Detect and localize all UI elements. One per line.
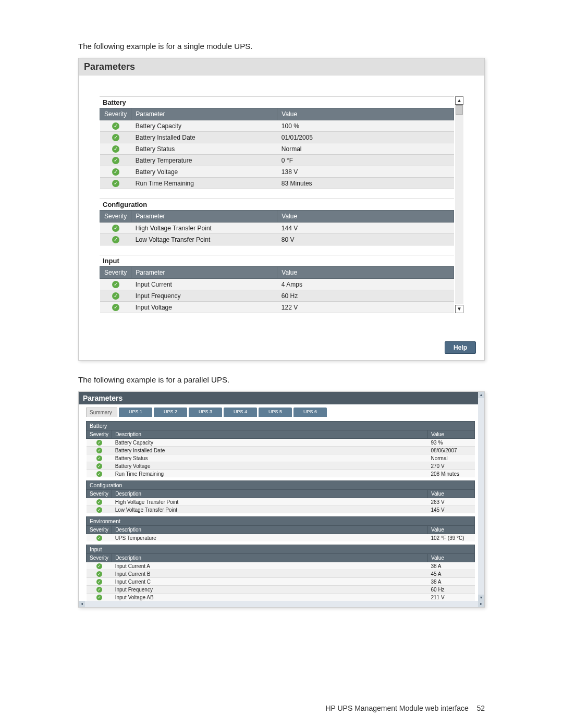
severity-cell: ✓ [87,562,112,570]
col-description: Description [112,430,428,439]
description-cell: Input Current B [112,570,428,578]
value-cell: 0 °F [277,155,454,166]
description-cell: UPS Temperature [112,534,428,542]
ok-icon: ✓ [96,563,102,569]
severity-cell: ✓ [87,498,112,506]
parameter-cell: Input Current [131,279,277,290]
scroll-down-button[interactable]: ▼ [455,305,463,313]
section-caption: Environment [86,516,475,525]
value-cell: 122 V [277,302,454,313]
col-parameter: Parameter [131,267,277,279]
parameter-cell: Input Voltage [131,302,277,313]
parameter-cell: High Voltage Transfer Point [131,223,277,234]
tab-ups-3[interactable]: UPS 3 [189,408,222,417]
col-value: Value [277,267,454,279]
ok-icon: ✓ [112,225,119,232]
ok-icon: ✓ [96,571,102,577]
value-cell: 102 °F (39 °C) [428,534,475,542]
ok-icon: ✓ [96,471,102,477]
table-row: ✓UPS Temperature102 °F (39 °C) [87,534,475,542]
scroll-right-icon[interactable]: ▸ [478,601,484,607]
ok-icon: ✓ [112,304,119,311]
value-cell: 208 Minutes [428,470,475,478]
table-row: ✓Input Voltage AB211 V [87,594,475,601]
col-value: Value [428,430,475,439]
section-caption: Battery [86,421,475,430]
value-cell: 93 % [428,439,475,447]
severity-cell: ✓ [100,166,131,178]
table-row: ✓Battery Installed Date01/01/2005 [100,132,454,143]
ok-icon: ✓ [96,579,102,585]
section-caption: Configuration [86,480,475,489]
footer-page-number: 52 [476,704,485,712]
severity-cell: ✓ [100,178,131,189]
intro-1: The following example is for a single mo… [78,42,485,51]
col-severity: Severity [87,554,112,562]
severity-cell: ✓ [100,290,131,302]
ok-icon: ✓ [112,122,119,130]
value-cell: 263 V [428,498,475,506]
ok-icon: ✓ [96,463,102,469]
section-battery: BatterySeverityDescriptionValue✓Battery … [86,421,475,477]
col-parameter: Parameter [131,211,277,223]
section-input: InputSeverityParameterValue✓Input Curren… [100,255,454,313]
table-row: ✓Battery Capacity100 % [100,120,454,132]
table-row: ✓Input Frequency60 Hz [87,586,475,594]
tab-ups-2[interactable]: UPS 2 [154,408,187,417]
tab-ups-5[interactable]: UPS 5 [259,408,292,417]
col-severity: Severity [100,108,131,120]
severity-cell: ✓ [87,578,112,586]
table-row: ✓Run Time Remaining83 Minutes [100,178,454,189]
scroll-left-icon[interactable]: ◂ [79,601,85,607]
section-caption: Input [86,545,475,553]
section-configuration: ConfigurationSeverityDescriptionValue✓Hi… [86,480,475,513]
table-row: ✓Input Current A38 A [87,562,475,570]
severity-cell: ✓ [87,462,112,470]
scroll-up-button[interactable]: ▲ [455,96,463,105]
parameters-table: SeverityDescriptionValue✓High Voltage Tr… [86,489,475,513]
table-row: ✓Low Voltage Transfer Point145 V [87,506,475,514]
parameter-cell: Battery Capacity [131,120,277,132]
table-row: ✓Battery Temperature0 °F [100,155,454,166]
description-cell: Battery Voltage [112,462,428,470]
tab-ups-6[interactable]: UPS 6 [293,408,327,417]
severity-cell: ✓ [87,439,112,447]
section-caption: Input [100,255,454,266]
section-configuration: ConfigurationSeverityParameterValue✓High… [100,199,454,245]
scroll-up-icon[interactable]: ▴ [478,392,484,398]
scroll-down-icon[interactable]: ▾ [478,595,484,601]
parameters-table: SeverityDescriptionValue✓UPS Temperature… [86,525,475,541]
ok-icon: ✓ [112,281,119,288]
severity-cell: ✓ [87,470,112,478]
col-value: Value [277,108,454,120]
panel2-vertical-scrollbar[interactable]: ▴ ▾ [478,392,484,601]
help-button[interactable]: Help [445,341,476,354]
scrollbar-track[interactable] [455,105,463,304]
tab-ups-4[interactable]: UPS 4 [224,408,257,417]
value-cell: 80 V [277,234,454,245]
description-cell: Battery Capacity [112,439,428,447]
table-row: ✓Battery StatusNormal [87,454,475,462]
col-parameter: Parameter [131,108,277,120]
description-cell: Input Voltage AB [112,594,428,601]
parameter-cell: Battery Installed Date [131,132,277,143]
scrollbar-thumb[interactable] [456,105,463,115]
table-row: ✓High Voltage Transfer Point144 V [100,223,454,234]
severity-cell: ✓ [87,454,112,462]
parameters-panel-single: Parameters ▲ ▼ BatterySeverityParameterV… [78,58,485,361]
value-cell: 4 Amps [277,279,454,290]
value-cell: 138 V [277,166,454,178]
description-cell: Battery Installed Date [112,447,428,454]
panel2-horizontal-scrollbar[interactable]: ◂ ▸ [79,601,484,607]
table-row: ✓Input Current B45 A [87,570,475,578]
tab-ups-1[interactable]: UPS 1 [119,408,152,417]
table-row: ✓Battery Installed Date08/06/2007 [87,447,475,454]
table-row: ✓High Voltage Transfer Point263 V [87,498,475,506]
value-cell: 144 V [277,223,454,234]
parameter-cell: Low Voltage Transfer Point [131,234,277,245]
tab-summary[interactable]: Summary [86,408,117,417]
panel2-title: Parameters [79,392,484,404]
table-row: ✓Battery StatusNormal [100,143,454,155]
col-severity: Severity [100,267,131,279]
parameter-cell: Battery Temperature [131,155,277,166]
